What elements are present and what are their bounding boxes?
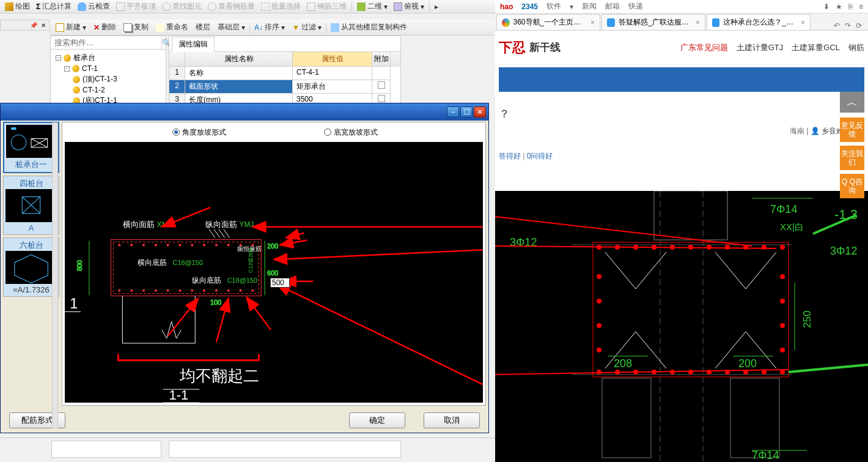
bookmark-item[interactable]: 新闻 <box>582 1 597 12</box>
cloud-check-button[interactable]: 云检查 <box>75 1 112 12</box>
dialog-titlebar[interactable]: − ☐ ✕ <box>1 103 488 121</box>
qq-button[interactable]: Q Q咨询 <box>840 174 864 198</box>
copyfloor-icon <box>331 23 339 32</box>
more-button[interactable]: ▸ <box>432 2 441 12</box>
find-button[interactable]: 查找图元 <box>160 1 204 12</box>
site-logo[interactable]: 下忍 <box>499 39 526 57</box>
bookmark-item[interactable]: ▾ <box>570 2 573 11</box>
maximize-icon: ☐ <box>463 108 470 116</box>
maximize-button[interactable]: ☐ <box>460 106 473 117</box>
svg-point-12 <box>130 244 133 246</box>
stat-link[interactable]: 0问得好 <box>527 152 553 160</box>
radio-angle[interactable]: 角度放坡形式 <box>172 127 226 138</box>
nav-link[interactable]: 土建计量GTJ <box>737 42 784 53</box>
tab-close-icon[interactable]: × <box>801 18 805 27</box>
collapse-icon[interactable]: − <box>56 55 61 61</box>
svg-text:均不翻起二: 均不翻起二 <box>179 367 259 384</box>
browser-tab-active[interactable]: 这种承台怎么选？_广联达× <box>707 14 811 30</box>
pin-icon[interactable]: 📌 <box>30 22 37 29</box>
radio-width[interactable]: 底宽放坡形式 <box>324 127 378 138</box>
svg-text:C12@200: C12@200 <box>248 248 254 273</box>
new-button[interactable]: 新建▾ <box>53 21 89 33</box>
browser-tab[interactable]: 360导航_一个主页，整个× <box>496 14 600 30</box>
thumbnail[interactable]: 六桩台 =A/1.7326 <box>3 237 59 297</box>
toolbar-icon[interactable]: ⎘ <box>848 2 853 11</box>
thumbnail[interactable]: 桩承台一 <box>3 122 59 173</box>
flat-button[interactable]: 平齐板顶 <box>114 1 158 12</box>
delete-button[interactable]: ✕删除 <box>90 21 119 33</box>
search-input[interactable] <box>51 36 161 49</box>
topview-button[interactable]: 俯视▾ <box>391 1 427 12</box>
view2d-button[interactable]: 二维▾ <box>355 1 390 12</box>
nav-link[interactable]: 土建算量GCL <box>792 42 840 53</box>
bookmark-item[interactable]: 软件 <box>546 1 561 12</box>
svg-line-38 <box>224 229 230 238</box>
cancel-button[interactable]: 取消 <box>424 412 480 428</box>
ok-button[interactable]: 确定 <box>349 412 405 428</box>
browser-tab[interactable]: 答疑解惑_广联达服务新× <box>601 14 705 30</box>
filter-button[interactable]: ▼过滤▾ <box>289 21 325 33</box>
bookmark-item[interactable]: 2345 <box>521 2 538 11</box>
chevron-down-icon: ▾ <box>421 2 424 11</box>
cube-icon <box>307 2 315 11</box>
collapse-icon[interactable]: − <box>64 66 70 72</box>
tree-node[interactable]: CT-1-2 <box>52 85 164 95</box>
delete-icon: ✕ <box>94 23 100 32</box>
checkbox[interactable] <box>378 81 385 89</box>
toolbar-icon[interactable]: ≡ <box>859 2 863 11</box>
rename-button[interactable]: 重命名 <box>153 21 191 33</box>
bookmark-item[interactable]: 邮箱 <box>605 1 620 12</box>
follow-button[interactable]: 关注我们 <box>840 146 864 170</box>
floor-select[interactable]: 基础层▾ <box>215 21 248 33</box>
sort-button[interactable]: A↓排序▾ <box>251 21 288 33</box>
svg-rect-108 <box>654 191 727 240</box>
steel3d-button[interactable]: 钢筋三维 <box>304 1 349 12</box>
toolbar-icon[interactable]: ⬇ <box>823 2 829 11</box>
copyfrom-button[interactable]: 从其他楼层复制构件 <box>328 21 410 33</box>
nav-link[interactable]: 钢筋 <box>848 42 864 53</box>
bookmark-item[interactable]: hao <box>500 2 513 11</box>
sum-button[interactable]: Σ汇总计算 <box>34 1 74 12</box>
tree-node[interactable]: −CT-1 <box>52 64 164 73</box>
tab-close-icon[interactable]: × <box>590 18 595 27</box>
copy-button[interactable]: 复制 <box>120 21 152 33</box>
thumb-scrollbar[interactable] <box>52 122 58 428</box>
checkbox[interactable] <box>378 95 385 102</box>
bookmark-item[interactable]: 快递 <box>628 1 643 12</box>
svg-point-27 <box>167 289 169 292</box>
scroll-top-button[interactable]: ︿ <box>840 92 864 113</box>
property-row-selected[interactable]: 2截面形状矩形承台 <box>169 80 400 94</box>
property-tab[interactable]: 属性编辑 <box>172 37 215 52</box>
refresh-icon[interactable]: ⟳ <box>856 21 862 30</box>
draw-button[interactable]: 绘图 <box>2 1 32 12</box>
forward-icon[interactable]: ↷ <box>845 21 851 30</box>
dim-edit-input[interactable] <box>270 278 290 288</box>
back-icon[interactable]: ↶ <box>834 21 840 30</box>
close-button[interactable]: ✕ <box>474 106 486 117</box>
cube2-icon <box>394 2 402 11</box>
site-header: 下忍 新干线 广东常见问题 土建计量GTJ 土建算量GCL 钢筋 <box>495 31 868 65</box>
minimize-button[interactable]: − <box>447 106 459 117</box>
stat-link[interactable]: 答得好 <box>499 152 521 160</box>
item-icon <box>72 65 79 72</box>
toolbar-icon[interactable]: ★ <box>836 2 842 11</box>
thumbnail[interactable]: 四桩台 A <box>3 176 59 235</box>
feedback-button[interactable]: 意见反馈 <box>840 117 864 142</box>
favicon-icon <box>502 18 510 27</box>
nav-link[interactable]: 广东常见问题 <box>680 42 728 53</box>
bottom-strip <box>0 438 495 462</box>
tree-node-root[interactable]: −桩承台 <box>52 52 164 64</box>
property-row[interactable]: 1名称CT-4-1 <box>169 67 400 80</box>
tab-close-icon[interactable]: × <box>696 18 700 27</box>
shape-dialog: − ☐ ✕ 桩承台一 四桩台 A 六桩台 =A/1.7326 角度放坡形式 底宽… <box>0 103 489 433</box>
rebar-button[interactable]: 查看钢筋量 <box>205 1 257 12</box>
svg-text:208: 208 <box>614 357 632 370</box>
batch-button[interactable]: 批量选择 <box>259 1 303 12</box>
svg-rect-1 <box>11 127 16 130</box>
tree-node[interactable]: (顶)CT-1-3 <box>52 73 164 85</box>
question-title: ？ <box>495 94 868 126</box>
svg-text:100: 100 <box>210 299 221 306</box>
svg-point-28 <box>178 289 181 292</box>
panel-pin-strip: 📌 ✕ <box>0 20 50 31</box>
close-icon[interactable]: ✕ <box>41 22 46 29</box>
